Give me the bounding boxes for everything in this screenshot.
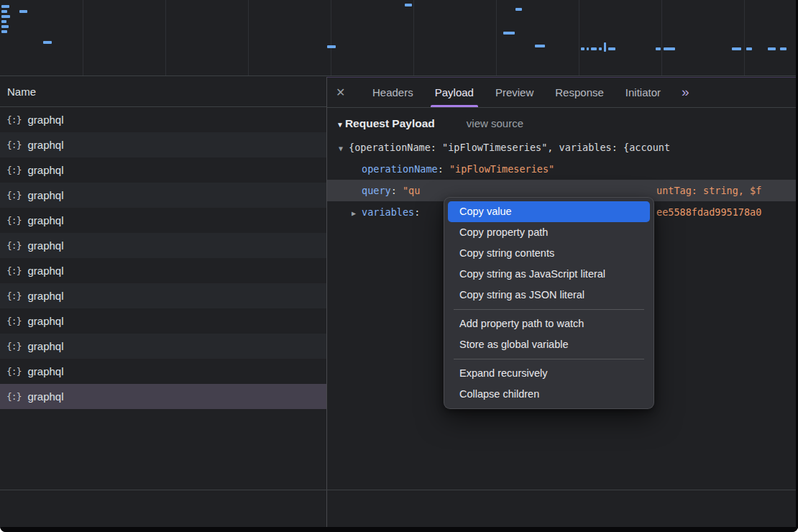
timeline-request-bar[interactable]: [43, 41, 52, 44]
column-header-name[interactable]: Name: [0, 77, 326, 107]
timeline-request-bar[interactable]: [591, 47, 597, 50]
timeline-request-bar[interactable]: [19, 10, 27, 13]
tab-initiator[interactable]: Initiator: [615, 77, 671, 107]
timeline-request-bar[interactable]: [599, 47, 602, 50]
request-payload-section: ▼ Request Payload view source: [327, 117, 798, 130]
json-braces-icon: {:}: [6, 139, 21, 150]
details-tabs: ✕ HeadersPayloadPreviewResponseInitiator…: [327, 77, 798, 108]
json-braces-icon: {:}: [6, 215, 21, 226]
json-braces-icon: {:}: [6, 290, 21, 301]
property-value-right: untTag: string, $f: [656, 180, 761, 201]
view-source-link[interactable]: view source: [467, 117, 523, 129]
devtools-window: Name {:}graphql{:}graphql{:}graphql{:}gr…: [0, 0, 798, 532]
menu-item-collapse-children[interactable]: Collapse children: [448, 384, 650, 405]
timeline-request-bar[interactable]: [1, 15, 10, 18]
object-preview: {operationName: "ipFlowTimeseries", vari…: [349, 142, 670, 153]
timeline-request-bar[interactable]: [581, 47, 584, 50]
section-collapse-icon[interactable]: ▼: [336, 121, 344, 129]
timeline-request-bar[interactable]: [664, 47, 675, 50]
menu-item-copy-value[interactable]: Copy value: [448, 201, 650, 222]
timeline-request-bar[interactable]: [535, 45, 545, 47]
timeline-gridline: [331, 0, 331, 75]
timeline-request-bar[interactable]: [515, 8, 522, 11]
tab-payload[interactable]: Payload: [424, 77, 485, 107]
timeline-request-bar[interactable]: [1, 20, 6, 23]
timeline-gridline: [744, 0, 745, 75]
json-braces-icon: {:}: [6, 316, 21, 326]
context-menu: Copy valueCopy property pathCopy string …: [444, 197, 654, 409]
request-name: graphql: [27, 315, 63, 327]
more-tabs-chevron-icon[interactable]: »: [674, 84, 697, 100]
timeline-request-bar[interactable]: [768, 47, 776, 50]
property-value: "ipFlowTimeseries": [449, 163, 554, 175]
network-main-area: Name {:}graphql{:}graphql{:}graphql{:}gr…: [0, 77, 798, 527]
timeline-request-bar[interactable]: [604, 42, 606, 52]
request-row[interactable]: {:}graphql: [0, 183, 326, 208]
request-row[interactable]: {:}graphql: [0, 384, 326, 409]
request-row[interactable]: {:}graphql: [0, 334, 326, 359]
json-braces-icon: {:}: [6, 366, 21, 377]
menu-item-store-as-global-variable[interactable]: Store as global variable: [448, 334, 650, 355]
window-bottom-edge: [0, 527, 798, 532]
request-name: graphql: [27, 390, 63, 403]
network-overview-timeline[interactable]: [0, 0, 798, 76]
menu-item-add-property-path-to-watch[interactable]: Add property path to watch: [448, 313, 650, 334]
request-name: graphql: [27, 265, 63, 277]
request-name: graphql: [27, 114, 63, 126]
timeline-request-bar[interactable]: [587, 47, 589, 50]
timeline-request-bar[interactable]: [656, 47, 661, 50]
request-name: graphql: [27, 214, 63, 226]
request-row[interactable]: {:}graphql: [0, 208, 326, 233]
json-braces-icon: {:}: [6, 190, 21, 201]
property-value-left: "qu: [403, 185, 420, 196]
tab-headers[interactable]: Headers: [362, 77, 424, 107]
request-name: graphql: [27, 239, 63, 252]
close-details-icon[interactable]: ✕: [336, 86, 362, 99]
tree-line-operationName[interactable]: operationName: "ipFlowTimeseries": [327, 158, 798, 180]
json-braces-icon: {:}: [6, 165, 21, 175]
expand-open-icon[interactable]: ▼: [339, 138, 349, 158]
request-name: graphql: [27, 365, 63, 377]
menu-separator: [454, 359, 644, 359]
menu-item-copy-string-as-javascript-literal[interactable]: Copy string as JavaScript literal: [448, 264, 650, 285]
timeline-request-bar[interactable]: [327, 45, 336, 48]
menu-item-copy-string-as-json-literal[interactable]: Copy string as JSON literal: [448, 285, 650, 306]
request-name: graphql: [27, 340, 63, 352]
timeline-gridline: [83, 0, 83, 75]
tree-root-line[interactable]: ▼{operationName: "ipFlowTimeseries", var…: [327, 137, 798, 158]
property-key: operationName: [362, 163, 438, 175]
timeline-request-bar[interactable]: [405, 4, 412, 6]
tab-response[interactable]: Response: [544, 77, 615, 107]
colon: :: [391, 185, 403, 196]
json-braces-icon: {:}: [6, 341, 21, 352]
timeline-request-bar[interactable]: [1, 25, 9, 28]
colon: :: [438, 163, 449, 175]
request-row[interactable]: {:}graphql: [0, 308, 326, 334]
menu-item-copy-string-contents[interactable]: Copy string contents: [448, 243, 650, 264]
request-row[interactable]: {:}graphql: [0, 107, 326, 132]
requests-panel: Name {:}graphql{:}graphql{:}graphql{:}gr…: [0, 77, 326, 527]
expand-closed-icon[interactable]: ▶: [352, 203, 362, 223]
timeline-request-bar[interactable]: [746, 47, 752, 50]
request-row[interactable]: {:}graphql: [0, 359, 326, 384]
timeline-request-bar[interactable]: [780, 47, 786, 50]
request-row[interactable]: {:}graphql: [0, 157, 326, 183]
json-braces-icon: {:}: [6, 240, 21, 251]
request-row[interactable]: {:}graphql: [0, 233, 326, 258]
timeline-request-bar[interactable]: [732, 47, 741, 50]
request-row[interactable]: {:}graphql: [0, 283, 326, 308]
tab-preview[interactable]: Preview: [485, 77, 544, 107]
timeline-gridline: [165, 0, 166, 75]
menu-item-copy-property-path[interactable]: Copy property path: [448, 222, 650, 243]
timeline-request-bar[interactable]: [608, 47, 615, 50]
timeline-request-bar[interactable]: [1, 5, 9, 8]
menu-item-expand-recursively[interactable]: Expand recursively: [448, 363, 650, 384]
menu-separator: [454, 309, 644, 310]
property-key: variables: [362, 206, 414, 218]
timeline-request-bar[interactable]: [1, 10, 7, 13]
timeline-request-bar[interactable]: [1, 30, 7, 33]
request-row[interactable]: {:}graphql: [0, 132, 326, 157]
timeline-request-bar[interactable]: [503, 32, 515, 35]
request-name: graphql: [27, 139, 63, 151]
request-row[interactable]: {:}graphql: [0, 258, 326, 283]
